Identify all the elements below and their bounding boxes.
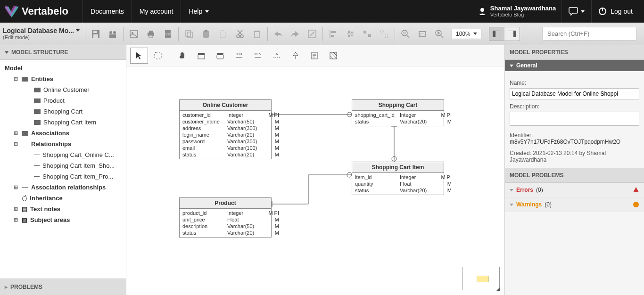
search-box: [542, 27, 636, 41]
svg-line-74: [330, 56, 333, 59]
svg-rect-40: [380, 30, 383, 33]
entity-icon: [34, 120, 41, 125]
search-input[interactable]: [542, 27, 636, 41]
print-button[interactable]: [142, 25, 159, 42]
logo[interactable]: Vertabelo: [5, 4, 68, 18]
delete-button[interactable]: [248, 25, 265, 42]
minimap[interactable]: [462, 267, 500, 290]
image-button[interactable]: [125, 25, 142, 42]
nav-help[interactable]: Help: [181, 0, 216, 23]
svg-rect-35: [348, 35, 350, 37]
association-link-tool[interactable]: A: [268, 48, 286, 64]
svg-rect-55: [155, 52, 161, 59]
comments-button[interactable]: [561, 0, 591, 23]
tree-entity-item[interactable]: Shopping Cart: [2, 106, 124, 117]
errors-row[interactable]: Errors (0): [505, 183, 644, 197]
tree-relationship-item[interactable]: Shopping Cart Item_Pro...: [2, 171, 124, 182]
canvas-toolbar: 1:N M:N A: [126, 45, 504, 66]
topbar: Vertabelo Documents My account Help Sham…: [0, 0, 644, 23]
marquee-tool[interactable]: [149, 48, 167, 64]
new-association-tool[interactable]: [211, 48, 229, 64]
tree-entity-item[interactable]: Product: [2, 95, 124, 106]
view-left-panel-button[interactable]: [489, 27, 504, 41]
model-name-input[interactable]: [510, 88, 639, 99]
align-left-button[interactable]: [325, 25, 342, 42]
tree-model-root[interactable]: Model: [2, 63, 124, 74]
tree-associations[interactable]: ⊞Associations: [2, 128, 124, 139]
doc-button[interactable]: DOC: [159, 25, 176, 42]
logout-button[interactable]: Log out: [591, 0, 639, 23]
chevron-down-icon: [581, 10, 585, 13]
document-title-block[interactable]: Logical Database Mo... (Edit mode): [3, 27, 83, 41]
model-description-input[interactable]: [510, 112, 639, 126]
nav-documents[interactable]: Documents: [83, 0, 132, 23]
align-center-button[interactable]: [342, 25, 359, 42]
entity-shopping-cart-item[interactable]: Shopping Cart Item item_idIntegerM PIqua…: [352, 162, 444, 195]
svg-point-9: [113, 31, 116, 34]
paste-special-button[interactable]: [215, 25, 231, 42]
line-icon: [34, 176, 40, 177]
share-button[interactable]: [104, 25, 121, 42]
subject-area-tool[interactable]: [324, 48, 342, 64]
inheritance-tool[interactable]: [287, 48, 305, 64]
tree-relationship-item[interactable]: Shopping Cart_Online C...: [2, 149, 124, 160]
user-subtitle: Vertabelo Blog: [490, 12, 556, 18]
tree-entity-item[interactable]: Online Customer: [2, 84, 124, 95]
nav-my-account[interactable]: My account: [132, 0, 181, 23]
tree-subject-areas[interactable]: ⊞▨Subject areas: [2, 214, 124, 225]
svg-point-84: [347, 172, 352, 177]
pan-tool[interactable]: [173, 48, 191, 64]
line-icon: [22, 144, 28, 144]
problems-header[interactable]: ▸PROBLEMS: [0, 279, 126, 295]
svg-point-23: [237, 35, 239, 38]
entity-icon: [34, 109, 41, 114]
tree-assoc-relationships[interactable]: ⊞Association relationships: [2, 182, 124, 193]
tree-relationship-item[interactable]: Shopping Cart Item_Sho...: [2, 160, 124, 171]
svg-text:A: A: [275, 52, 278, 56]
zoom-out-button[interactable]: [397, 25, 414, 42]
model-structure-header[interactable]: MODEL STRUCTURE: [0, 45, 126, 60]
cut-button[interactable]: [231, 25, 248, 42]
zoom-level[interactable]: 100%: [452, 29, 481, 39]
minimap-resize-icon: [496, 287, 500, 291]
svg-text:DOC: DOC: [165, 33, 171, 36]
general-section-header[interactable]: General: [505, 60, 644, 71]
svg-point-86: [633, 202, 639, 207]
view-right-panel-button[interactable]: [504, 27, 520, 41]
ungroup-button[interactable]: [376, 25, 393, 42]
new-entity-tool[interactable]: [192, 48, 210, 64]
chevron-down-icon: [473, 33, 477, 35]
tree-entity-item[interactable]: Shopping Cart Item: [2, 117, 124, 128]
identifier-label: Identifier:: [510, 132, 639, 139]
note-tool[interactable]: [305, 48, 323, 64]
entity-icon: [34, 98, 41, 103]
svg-rect-7: [93, 34, 98, 38]
entity-product[interactable]: Product product_idIntegerM PIunit_priceF…: [179, 197, 272, 238]
many-to-many-tool[interactable]: M:N: [249, 48, 267, 64]
select-tool[interactable]: [130, 48, 148, 64]
canvas[interactable]: Online Customer customer_idIntegerM PIcu…: [126, 66, 504, 295]
warning-icon: [633, 201, 639, 208]
user-block[interactable]: Shamal Jayawardhana Vertabelo Blog: [472, 5, 561, 18]
zoom-in-button[interactable]: [431, 25, 448, 42]
svg-rect-41: [385, 35, 388, 38]
tree-relationships[interactable]: ⊟Relationships: [2, 139, 124, 149]
paste-button[interactable]: [198, 25, 215, 42]
collapse-icon: ⊟: [12, 141, 19, 148]
distribute-button[interactable]: [359, 25, 376, 42]
svg-rect-28: [254, 31, 260, 32]
one-to-many-tool[interactable]: 1:N: [230, 48, 248, 64]
entity-shopping-cart[interactable]: Shopping Cart shopping_cart_idIntegerM P…: [352, 99, 444, 126]
tree-entities[interactable]: ⊟Entities: [2, 74, 124, 84]
tree-text-notes[interactable]: ⊞▤Text notes: [2, 204, 124, 214]
edit-button[interactable]: [304, 25, 321, 42]
warnings-row[interactable]: Warnings (0): [505, 197, 644, 212]
entity-header: Product: [180, 198, 271, 209]
copy-button[interactable]: [181, 25, 198, 42]
undo-button[interactable]: [270, 25, 287, 42]
entity-online-customer[interactable]: Online Customer customer_idIntegerM PIcu…: [179, 99, 272, 159]
tree-inheritance[interactable]: ○̂Inheritance: [2, 193, 124, 204]
save-button[interactable]: [87, 25, 104, 42]
redo-button[interactable]: [287, 25, 304, 42]
zoom-reset-button[interactable]: 1:1: [414, 25, 431, 42]
